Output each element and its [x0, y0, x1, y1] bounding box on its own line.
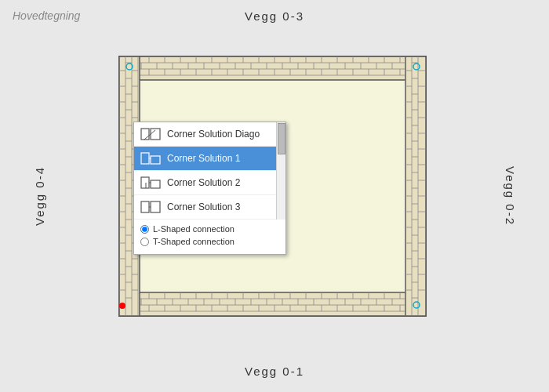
radio-group: L-Shaped connection T-Shaped connection: [134, 220, 285, 254]
corner-dot-bl: [119, 303, 125, 309]
radio-l-shaped[interactable]: L-Shaped connection: [140, 224, 279, 234]
label-left: Vegg 0-4: [33, 166, 46, 226]
dropdown-panel: Corner Solution Diago Corner Solution 1: [133, 122, 286, 255]
svg-point-226: [126, 64, 133, 70]
svg-rect-239: [141, 201, 149, 212]
dropdown-scrollbar[interactable]: [276, 122, 285, 220]
svg-rect-233: [151, 156, 160, 164]
svg-rect-2: [119, 56, 426, 80]
svg-rect-232: [141, 153, 149, 164]
dropdown-item-cs3-label: Corner Solution 3: [167, 201, 240, 212]
corner-cs2-icon: [139, 174, 162, 191]
svg-rect-176: [405, 56, 426, 316]
dropdown-item-cs1-label: Corner Solution 1: [167, 153, 240, 164]
radio-t-shaped-input[interactable]: [140, 238, 149, 246]
dropdown-item-cs2-label: Corner Solution 2: [167, 177, 240, 188]
dropdown-item-diag-label: Corner Solution Diago: [167, 129, 260, 140]
label-bottom: Vegg 0-1: [0, 365, 549, 378]
dropdown-item-cs1[interactable]: Corner Solution 1: [134, 147, 285, 171]
dropdown-item-cs3[interactable]: Corner Solution 3: [134, 195, 285, 220]
svg-line-231: [144, 130, 155, 140]
corner-cs1-icon: [139, 150, 162, 167]
dropdown-list: Corner Solution Diago Corner Solution 1: [134, 122, 285, 220]
svg-rect-240: [151, 201, 160, 212]
radio-l-shaped-label: L-Shaped connection: [153, 224, 235, 234]
dropdown-item-diag[interactable]: Corner Solution Diago: [134, 122, 285, 147]
svg-point-227: [413, 64, 420, 70]
svg-rect-236: [151, 180, 160, 188]
svg-rect-229: [141, 129, 149, 140]
radio-t-shaped-label: T-Shaped connection: [153, 237, 235, 246]
dropdown-item-cs2[interactable]: Corner Solution 2: [134, 171, 285, 195]
svg-rect-235: [141, 177, 149, 188]
radio-l-shaped-input[interactable]: [140, 225, 149, 234]
radio-t-shaped[interactable]: T-Shaped connection: [140, 237, 279, 246]
svg-rect-64: [119, 292, 426, 316]
label-top: Vegg 0-3: [0, 9, 549, 23]
corner-diag-icon: [139, 125, 162, 143]
svg-point-228: [413, 302, 420, 308]
scrollbar-thumb[interactable]: [278, 123, 285, 154]
corner-cs3-icon: [139, 198, 162, 216]
label-right: Vegg 0-2: [503, 166, 516, 226]
